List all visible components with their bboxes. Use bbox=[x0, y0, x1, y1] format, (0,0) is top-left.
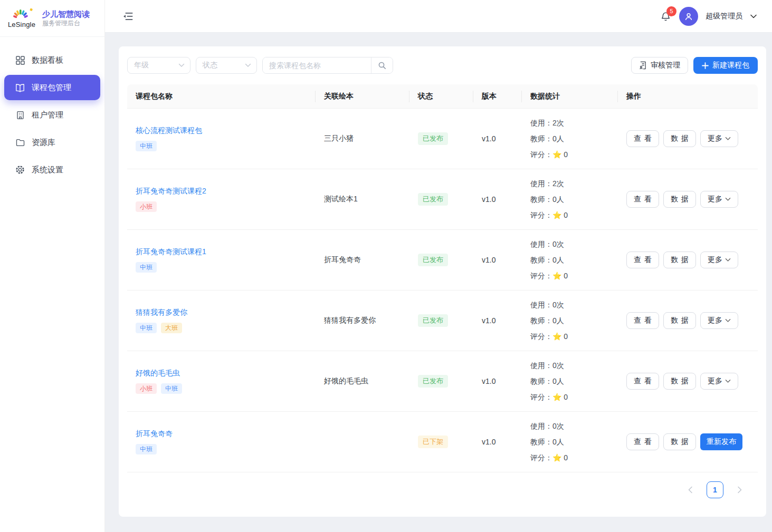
status-cell: 已发布 bbox=[409, 375, 473, 388]
logo-mark-icon: LeSingle bbox=[6, 8, 37, 28]
teacher-stat: 教师：0人 bbox=[530, 252, 609, 268]
teacher-stat: 教师：0人 bbox=[530, 373, 609, 389]
version-cell: v1.0 bbox=[473, 316, 522, 325]
usage-stat: 使用：2次 bbox=[530, 115, 609, 131]
more-button[interactable]: 更多 bbox=[700, 130, 738, 147]
package-name-link[interactable]: 好饿的毛毛虫 bbox=[136, 369, 180, 378]
pagination-next-button[interactable] bbox=[731, 481, 748, 498]
view-button[interactable]: 查看 bbox=[626, 312, 659, 329]
create-course-package-label: 新建课程包 bbox=[712, 61, 749, 70]
book-cell: 猜猜我有多爱你 bbox=[316, 316, 409, 325]
data-button[interactable]: 数据 bbox=[663, 191, 696, 208]
grade-tags: 中班 bbox=[136, 262, 307, 273]
more-button[interactable]: 更多 bbox=[700, 373, 738, 390]
sidebar-item-label: 资源库 bbox=[32, 138, 55, 148]
more-button[interactable]: 更多 bbox=[700, 252, 738, 268]
table-row: 折耳兔奇奇测试课程1 中班 折耳兔奇奇 已发布 v1.0 使用：0次 教 bbox=[127, 230, 758, 291]
table-row: 折耳兔奇奇 中班 已下架 v1.0 使用：0次 教师：0人 bbox=[127, 412, 758, 472]
status-badge: 已下架 bbox=[418, 436, 448, 448]
actions-cell: 查看 数据 更多 bbox=[618, 373, 758, 390]
user-menu-toggle[interactable] bbox=[750, 14, 757, 19]
avatar[interactable] bbox=[679, 7, 698, 26]
version-cell: v1.0 bbox=[473, 256, 522, 264]
sidebar-item-dashboard[interactable]: 数据看板 bbox=[4, 47, 100, 73]
search-input[interactable] bbox=[263, 57, 371, 73]
package-name-link[interactable]: 核心流程测试课程包 bbox=[136, 126, 202, 136]
column-header-name: 课程包名称 bbox=[127, 84, 316, 108]
content-area: 年级 状态 bbox=[105, 33, 772, 532]
user-name: 超级管理员 bbox=[706, 12, 742, 21]
package-name-link[interactable]: 折耳兔奇奇测试课程2 bbox=[136, 187, 206, 196]
grade-tag: 大班 bbox=[161, 323, 182, 333]
status-cell: 已发布 bbox=[409, 314, 473, 327]
more-button[interactable]: 更多 bbox=[700, 312, 738, 329]
star-icon: ⭐ bbox=[552, 393, 561, 401]
building-icon bbox=[15, 110, 25, 120]
chevron-right-icon bbox=[737, 486, 742, 494]
notification-badge: 5 bbox=[666, 6, 676, 16]
pagination-prev-button[interactable] bbox=[682, 481, 699, 498]
grade-tag: 中班 bbox=[136, 262, 157, 273]
package-name-cell: 折耳兔奇奇测试课程2 小班 bbox=[127, 187, 316, 212]
brand-logo: LeSingle 少儿智慧阅读 服务管理后台 bbox=[0, 0, 104, 37]
grade-tag: 小班 bbox=[136, 383, 157, 394]
version-cell: v1.0 bbox=[473, 195, 522, 204]
package-name-link[interactable]: 折耳兔奇奇 bbox=[136, 429, 173, 439]
chevron-left-icon bbox=[688, 486, 693, 494]
data-button[interactable]: 数据 bbox=[663, 252, 696, 268]
data-button[interactable]: 数据 bbox=[663, 130, 696, 147]
sidebar-item-label: 租户管理 bbox=[32, 110, 63, 120]
review-management-button[interactable]: 审核管理 bbox=[631, 57, 688, 74]
status-filter-select[interactable]: 状态 bbox=[196, 57, 257, 74]
version-cell: v1.0 bbox=[473, 438, 522, 446]
search-button[interactable] bbox=[371, 57, 393, 73]
star-icon: ⭐ bbox=[552, 272, 561, 280]
grade-filter-select[interactable]: 年级 bbox=[127, 57, 190, 74]
view-button[interactable]: 查看 bbox=[626, 433, 659, 450]
package-name-link[interactable]: 折耳兔奇奇测试课程1 bbox=[136, 247, 206, 257]
grade-tags: 中班 bbox=[136, 444, 307, 454]
more-button[interactable]: 更多 bbox=[700, 191, 738, 208]
actions-cell: 查看 数据 重新发布 bbox=[618, 433, 758, 450]
notification-bell-button[interactable]: 5 bbox=[659, 10, 672, 23]
sidebar-collapse-button[interactable] bbox=[123, 12, 133, 21]
grade-tags: 小班 bbox=[136, 201, 307, 212]
data-button[interactable]: 数据 bbox=[663, 433, 696, 450]
topbar: 5 超级管理员 bbox=[105, 0, 772, 33]
plus-icon bbox=[702, 62, 709, 69]
view-button[interactable]: 查看 bbox=[626, 130, 659, 147]
data-button[interactable]: 数据 bbox=[663, 373, 696, 390]
usage-stat: 使用：0次 bbox=[530, 357, 609, 373]
sidebar-item-settings[interactable]: 系统设置 bbox=[4, 157, 100, 182]
republish-button[interactable]: 重新发布 bbox=[700, 433, 742, 450]
sidebar-item-label: 数据看板 bbox=[32, 55, 63, 65]
table-row: 猜猜我有多爱你 中班 大班 猜猜我有多爱你 已发布 v1.0 使用： bbox=[127, 291, 758, 351]
sidebar-item-course-packages[interactable]: 课程包管理 bbox=[4, 75, 100, 100]
package-name-link[interactable]: 猜猜我有多爱你 bbox=[136, 308, 187, 317]
version-cell: v1.0 bbox=[473, 134, 522, 143]
logo-wordmark: LeSingle bbox=[6, 21, 37, 28]
chevron-down-icon bbox=[725, 318, 731, 323]
usage-stat: 使用：0次 bbox=[530, 418, 609, 434]
sidebar-item-tenants[interactable]: 租户管理 bbox=[4, 102, 100, 128]
view-button[interactable]: 查看 bbox=[626, 373, 659, 390]
teacher-stat: 教师：0人 bbox=[530, 313, 609, 328]
menu-fold-icon bbox=[123, 12, 133, 21]
view-button[interactable]: 查看 bbox=[626, 252, 659, 268]
actions-cell: 查看 数据 更多 bbox=[618, 252, 758, 268]
view-button[interactable]: 查看 bbox=[626, 191, 659, 208]
actions-cell: 查看 数据 更多 bbox=[618, 130, 758, 147]
data-button[interactable]: 数据 bbox=[663, 312, 696, 329]
package-name-cell: 核心流程测试课程包 中班 bbox=[127, 126, 316, 151]
package-name-cell: 猜猜我有多爱你 中班 大班 bbox=[127, 308, 316, 333]
main-area: 5 超级管理员 bbox=[105, 0, 772, 532]
review-management-label: 审核管理 bbox=[651, 61, 680, 70]
table-header: 课程包名称 关联绘本 状态 版本 数据统计 操作 bbox=[127, 84, 758, 109]
rating-stat: 评分：⭐ 0 bbox=[530, 207, 609, 223]
column-header-version: 版本 bbox=[473, 84, 522, 108]
pagination-page-1[interactable]: 1 bbox=[707, 481, 723, 498]
star-icon: ⭐ bbox=[552, 453, 561, 462]
sidebar-item-resources[interactable]: 资源库 bbox=[4, 130, 100, 155]
create-course-package-button[interactable]: 新建课程包 bbox=[693, 57, 758, 74]
status-badge: 已发布 bbox=[418, 132, 448, 145]
